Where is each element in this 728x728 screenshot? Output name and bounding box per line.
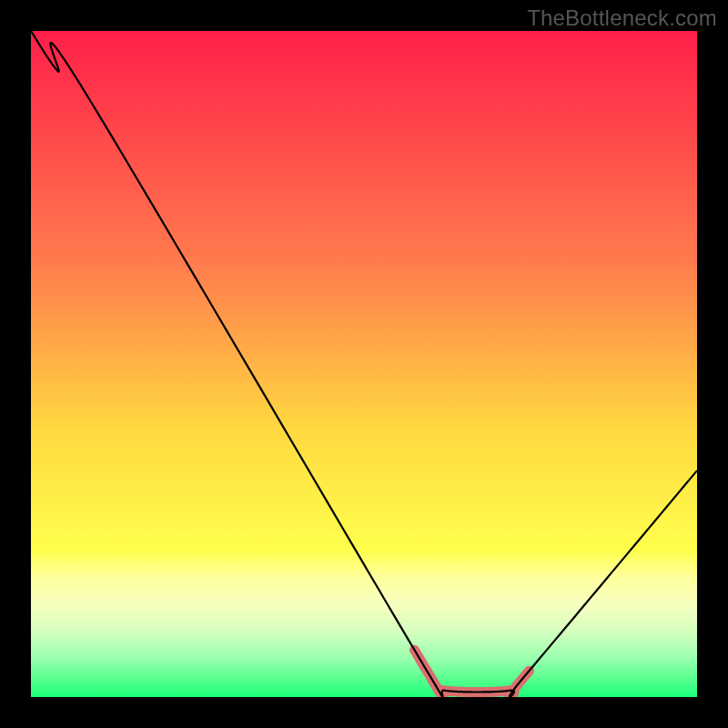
chart-wrapper: TheBottleneck.com	[0, 0, 728, 728]
chart-svg	[31, 31, 697, 697]
watermark-text: TheBottleneck.com	[527, 5, 717, 31]
gradient-background	[31, 31, 697, 697]
plot-area	[31, 31, 697, 697]
